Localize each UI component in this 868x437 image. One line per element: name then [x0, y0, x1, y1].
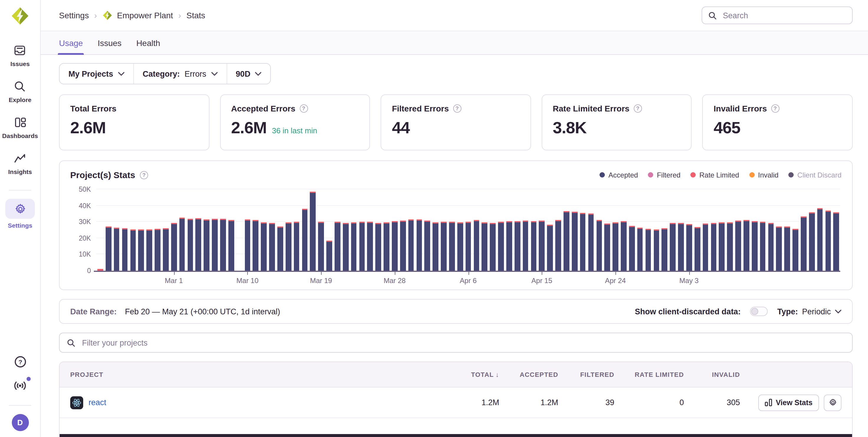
bar-slot	[767, 189, 775, 271]
rate-limited-cap	[269, 223, 275, 224]
rate-limited-cap	[645, 229, 651, 230]
category-selector[interactable]: Category: Errors	[133, 64, 226, 84]
table-cell: 305	[684, 398, 740, 407]
rate-limited-cap	[114, 228, 120, 229]
help-icon[interactable]: ?	[140, 171, 148, 179]
period-selector[interactable]: 90D	[226, 64, 271, 84]
project-filter-input[interactable]	[81, 338, 845, 348]
sidebar-item-explore[interactable]: Explore	[8, 79, 31, 103]
partially-visible-row	[60, 434, 852, 437]
bar-slot	[169, 189, 178, 271]
tab-health[interactable]: Health	[136, 31, 160, 54]
bar-slot	[186, 189, 194, 271]
sidebar-item-dashboards[interactable]: Dashboards	[2, 115, 38, 139]
bar-slot	[791, 189, 800, 271]
rate-limited-cap	[588, 213, 594, 215]
help-icon[interactable]: ?	[633, 104, 642, 113]
bar-slot	[252, 189, 260, 271]
legend-item-invalid[interactable]: Invalid	[749, 171, 778, 179]
view-stats-button[interactable]: View Stats	[758, 394, 819, 411]
view-stats-label: View Stats	[776, 398, 812, 407]
legend-item-accepted[interactable]: Accepted	[599, 171, 638, 179]
user-avatar[interactable]: D	[11, 414, 29, 431]
type-selector[interactable]: Type: Periodic	[777, 307, 841, 316]
rate-limited-cap	[686, 224, 692, 225]
chart-plot[interactable]: 010K20K30K40K50K	[96, 189, 840, 271]
bar-slot	[620, 189, 628, 271]
chart-bar	[817, 208, 823, 271]
client-discard-toggle[interactable]	[750, 307, 768, 316]
chart-bar	[506, 221, 512, 271]
search-input[interactable]	[722, 10, 846, 20]
tab-usage[interactable]: Usage	[59, 31, 83, 54]
legend-item-client-discard[interactable]: Client Discard	[788, 171, 841, 179]
chart-bar	[515, 221, 520, 271]
project-link[interactable]: react	[89, 398, 106, 407]
bar-slot	[309, 189, 317, 271]
rate-limited-cap	[466, 222, 471, 223]
bar-slot	[464, 189, 472, 271]
table-column-header[interactable]: TOTAL↓	[445, 371, 499, 378]
page-filter-bar: My Projects Category: Errors 90D	[59, 63, 271, 84]
broadcast-icon[interactable]	[13, 379, 27, 392]
dashboards-icon	[13, 115, 27, 129]
rate-limited-cap	[335, 222, 340, 223]
help-icon[interactable]: ?	[453, 104, 461, 113]
chart-bar	[588, 213, 594, 271]
rate-limited-cap	[293, 222, 299, 223]
rate-limited-cap	[433, 222, 438, 224]
sidebar-item-settings[interactable]: Settings	[5, 199, 35, 229]
bar-slot	[693, 189, 701, 271]
rate-limited-cap	[572, 212, 578, 213]
org-logo-icon[interactable]	[10, 6, 30, 26]
project-selector-label: My Projects	[68, 69, 113, 78]
rate-limited-cap	[359, 222, 365, 223]
sidebar-item-insights[interactable]: Insights	[8, 152, 32, 175]
table-column-header[interactable]: RATE LIMITED	[614, 371, 684, 378]
tab-issues[interactable]: Issues	[98, 31, 122, 54]
category-label: Category:	[143, 69, 180, 78]
gear-icon	[828, 398, 837, 407]
table-column-header[interactable]: INVALID	[684, 371, 740, 378]
table-row: react1.2M1.2M390305View Stats	[60, 388, 852, 418]
top-bar: Settings › Empower Plant › Stats	[41, 0, 868, 31]
rate-limited-cap	[784, 227, 790, 228]
bar-slot	[113, 189, 121, 271]
table-column-header[interactable]: FILTERED	[558, 371, 614, 378]
chart-bar	[490, 223, 496, 271]
bar-slot	[800, 189, 808, 271]
stat-card-value-row: 3.8K	[553, 119, 681, 137]
stat-card-title-text: Rate Limited Errors	[553, 104, 630, 113]
chart-bar	[122, 228, 127, 271]
legend-item-rate-limited[interactable]: Rate Limited	[690, 171, 739, 179]
global-search[interactable]	[702, 6, 852, 24]
legend-dot	[788, 172, 794, 177]
help-icon[interactable]: ?	[13, 355, 27, 369]
rate-limited-cap	[302, 209, 307, 210]
legend-item-filtered[interactable]: Filtered	[648, 171, 680, 179]
help-icon[interactable]: ?	[771, 104, 779, 113]
project-filter-box[interactable]	[59, 333, 852, 353]
breadcrumb-org[interactable]: Empower Plant	[102, 10, 173, 21]
legend-label: Rate Limited	[699, 171, 739, 179]
sidebar-divider	[9, 405, 31, 406]
stat-card-title: Accepted Errors?	[231, 104, 359, 113]
breadcrumb-settings[interactable]: Settings	[59, 11, 89, 20]
project-selector[interactable]: My Projects	[60, 64, 133, 84]
chart-bar	[196, 218, 201, 271]
x-axis-tick-label: Mar 1	[165, 277, 183, 285]
chart-bar	[809, 212, 815, 271]
rate-limited-cap	[383, 222, 389, 224]
table-column-header[interactable]: PROJECT	[70, 371, 445, 378]
rate-limited-cap	[408, 220, 414, 221]
sidebar-item-issues[interactable]: Issues	[10, 44, 30, 67]
rate-limited-cap	[711, 223, 716, 224]
rate-limited-cap	[621, 221, 626, 222]
chart-bar	[228, 220, 234, 271]
row-settings-button[interactable]	[824, 394, 841, 411]
stat-card-title-text: Invalid Errors	[714, 104, 767, 113]
help-icon[interactable]: ?	[300, 104, 308, 113]
bar-slot	[726, 189, 734, 271]
chart-bar	[171, 223, 177, 271]
table-column-header[interactable]: ACCEPTED	[499, 371, 558, 378]
